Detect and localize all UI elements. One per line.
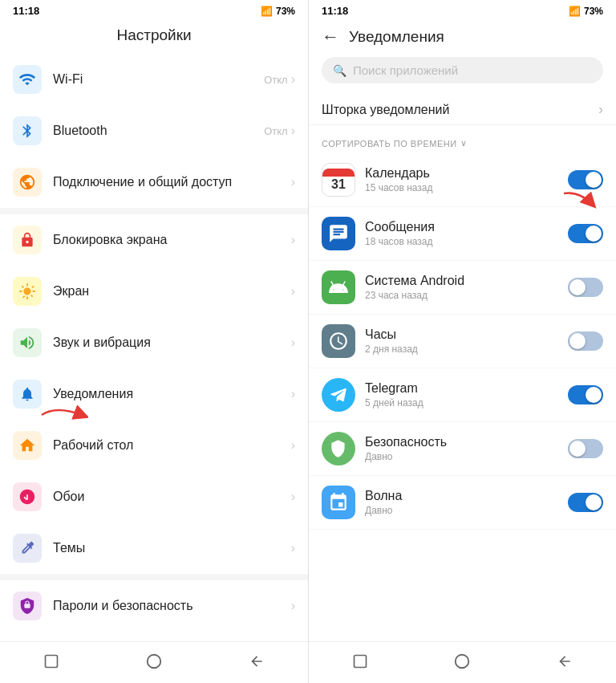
android-toggle-knob (569, 279, 586, 295)
messages-toggle[interactable] (568, 224, 603, 243)
telegram-time: 5 дней назад (365, 397, 568, 409)
volna-toggle[interactable] (568, 493, 603, 512)
messages-toggle-knob (586, 226, 602, 242)
security-info: Безопасность Давно (365, 435, 568, 462)
settings-list: Wi-Fi Откл › Bluetooth Откл › (0, 54, 308, 683)
right-panel: 11:18 📶 73% ← Уведомления 🔍 Поиск прилож… (308, 0, 616, 683)
themes-text: Темы (53, 540, 291, 557)
lockscreen-label: Блокировка экрана (53, 233, 167, 246)
display-text: Экран (53, 283, 291, 300)
sort-chevron: ∨ (460, 138, 467, 148)
settings-item-desktop[interactable]: Рабочий стол › (0, 420, 308, 471)
bluetooth-icon (13, 116, 42, 145)
nav-bar-right (309, 641, 616, 683)
settings-item-bluetooth[interactable]: Bluetooth Откл › (0, 105, 308, 157)
passwords-text: Пароли и безопасность (53, 598, 291, 615)
calendar-time: 15 часов назад (365, 182, 568, 193)
bluetooth-label: Bluetooth (53, 124, 107, 137)
divider-1 (0, 208, 308, 214)
android-info: Система Android 23 часа назад (365, 274, 568, 301)
telegram-app-icon (322, 378, 355, 412)
telegram-name: Telegram (365, 381, 568, 396)
android-name: Система Android (365, 274, 568, 288)
settings-item-connection[interactable]: Подключение и общий доступ › (0, 157, 308, 208)
clock-info: Часы 2 дня назад (365, 327, 568, 355)
telegram-toggle[interactable] (568, 385, 603, 405)
calendar-toggle-knob (586, 172, 602, 188)
wifi-icon (13, 65, 42, 94)
messages-info: Сообщения 18 часов назад (365, 220, 568, 247)
nav-square-left[interactable] (40, 650, 63, 673)
android-time: 23 часа назад (365, 290, 568, 301)
settings-item-wallpaper[interactable]: Обои › (0, 471, 308, 522)
search-box[interactable]: 🔍 Поиск приложений (322, 57, 603, 83)
calendar-toggle[interactable] (568, 170, 603, 189)
sort-row[interactable]: СОРТИРОВАТЬ ПО ВРЕМЕНИ ∨ (309, 128, 616, 153)
settings-item-notifications[interactable]: Уведомления › (0, 368, 308, 420)
lockscreen-right: › (291, 233, 295, 247)
sound-text: Звук и вибрация (53, 335, 291, 352)
display-right: › (291, 284, 295, 299)
clock-toggle[interactable] (568, 331, 603, 351)
notif-item-volna[interactable]: Волна Давно (309, 476, 616, 530)
notifications-text: Уведомления (53, 386, 291, 403)
sound-right: › (291, 335, 295, 350)
connection-icon (13, 168, 42, 197)
passwords-icon (13, 592, 42, 620)
back-button[interactable]: ← (322, 26, 339, 47)
security-toggle[interactable] (568, 439, 603, 458)
nav-back-right[interactable] (553, 650, 576, 673)
clock-app-icon (322, 324, 355, 358)
battery-right: 73% (584, 6, 603, 17)
nav-circle-left[interactable] (143, 650, 165, 673)
clock-toggle-knob (569, 333, 586, 349)
security-toggle-knob (569, 441, 586, 457)
security-time: Давно (365, 451, 568, 462)
sound-icon (13, 328, 42, 357)
settings-item-display[interactable]: Экран › (0, 266, 308, 317)
android-toggle[interactable] (568, 278, 603, 297)
svg-point-1 (148, 654, 161, 668)
settings-item-sound[interactable]: Звук и вибрация › (0, 317, 308, 368)
display-icon (13, 277, 42, 306)
notif-shade-row[interactable]: Шторка уведомлений › (309, 93, 616, 125)
nav-circle-right[interactable] (451, 650, 473, 673)
notif-item-messages[interactable]: Сообщения 18 часов назад (309, 207, 616, 261)
settings-item-passwords[interactable]: Пароли и безопасность › (0, 580, 308, 632)
nav-square-right[interactable] (349, 650, 371, 673)
volna-name: Волна (365, 489, 568, 503)
security-app-icon (322, 432, 355, 465)
connection-text: Подключение и общий доступ (53, 174, 291, 191)
status-bar-right: 11:18 📶 73% (309, 0, 616, 20)
volna-app-icon (322, 486, 355, 519)
time-left: 11:18 (13, 5, 39, 17)
settings-item-lockscreen[interactable]: Блокировка экрана › (0, 214, 308, 266)
notif-title: Уведомления (349, 28, 444, 46)
signal-icon-right: 📶 (569, 6, 581, 17)
status-icons-right: 📶 73% (569, 6, 603, 17)
clock-name: Часы (365, 327, 568, 342)
notif-item-android[interactable]: Система Android 23 часа назад (309, 261, 616, 315)
search-icon: 🔍 (333, 64, 346, 77)
status-bar-left: 11:18 📶 73% (0, 0, 308, 20)
notif-item-calendar[interactable]: 31 Календарь 15 часов назад (309, 153, 616, 207)
status-icons-left: 📶 73% (261, 6, 295, 17)
svg-rect-2 (354, 655, 366, 667)
themes-chevron: › (291, 541, 295, 555)
notif-list: 31 Календарь 15 часов назад Сообщения 18… (309, 153, 616, 683)
notif-item-clock[interactable]: Часы 2 дня назад (309, 315, 616, 368)
themes-icon (13, 534, 42, 563)
notifications-right: › (291, 387, 295, 401)
nav-back-left[interactable] (245, 650, 268, 673)
desktop-icon (13, 431, 42, 460)
notif-item-telegram[interactable]: Telegram 5 дней назад (309, 368, 616, 422)
volna-info: Волна Давно (365, 489, 568, 516)
sound-chevron: › (291, 335, 295, 350)
settings-item-themes[interactable]: Темы › (0, 522, 308, 574)
settings-item-wifi[interactable]: Wi-Fi Откл › (0, 54, 308, 105)
themes-right: › (291, 541, 295, 555)
wallpaper-text: Обои (53, 489, 291, 506)
signal-icon-left: 📶 (261, 6, 273, 17)
volna-toggle-knob (586, 494, 602, 510)
notif-item-security[interactable]: Безопасность Давно (309, 422, 616, 476)
